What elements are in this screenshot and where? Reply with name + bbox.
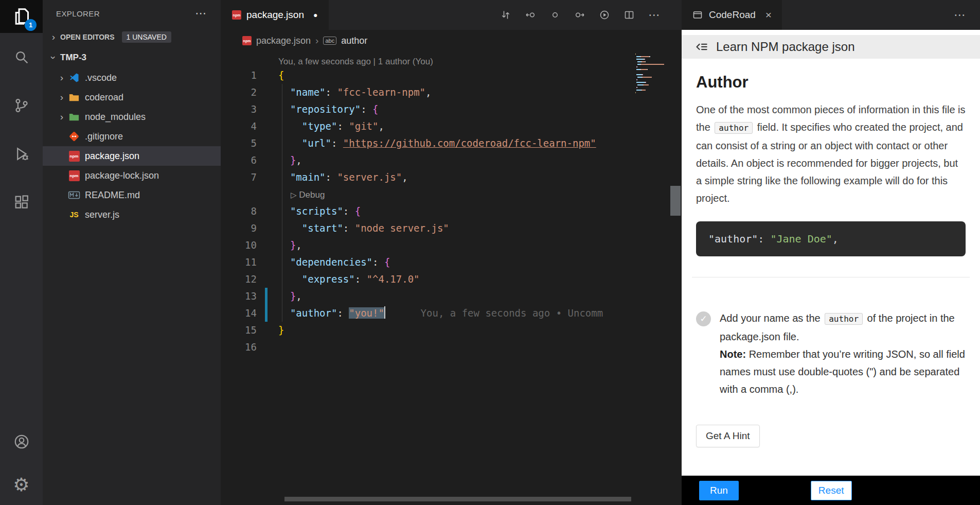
more-actions-icon[interactable]: ⋯ — [648, 8, 661, 22]
line-number: 10 — [221, 237, 257, 254]
line-number: 12 — [221, 271, 257, 288]
breadcrumb[interactable]: npm package.json › abc author — [221, 30, 682, 51]
close-icon[interactable]: × — [765, 9, 772, 21]
compare-changes-icon[interactable] — [500, 9, 511, 21]
file-item-server.js[interactable]: JSserver.js — [43, 205, 221, 224]
run-script-icon[interactable] — [599, 9, 610, 21]
indent-guide — [282, 84, 282, 322]
change-indicator-icon[interactable] — [549, 9, 561, 21]
code-line-4: 4 "type": "git", — [221, 118, 682, 135]
code-editor[interactable]: You, a few seconds ago | 1 author (You) … — [221, 51, 682, 505]
line-number: 1 — [221, 67, 257, 84]
open-editors-label: OPEN EDITORS — [60, 33, 115, 41]
sidebar-header: EXPLORER ⋯ — [43, 0, 221, 27]
run-debug-icon — [13, 145, 30, 163]
breadcrumb-file[interactable]: package.json — [256, 36, 311, 46]
previous-change-icon[interactable] — [525, 9, 536, 21]
markdown-icon — [67, 189, 81, 201]
file-item-coderoad[interactable]: ›coderoad — [43, 88, 221, 107]
check-circle-icon: ✓ — [696, 311, 711, 326]
scrollbar-thumb[interactable] — [670, 186, 681, 216]
inline-code: author — [715, 122, 753, 134]
code-line-8: 8 "scripts": { — [221, 203, 682, 220]
next-change-icon[interactable] — [574, 9, 585, 21]
code-line-5: 5 "url": "https://github.com/coderoad/fc… — [221, 135, 682, 152]
file-item-.gitignore[interactable]: .gitignore — [43, 127, 221, 146]
tutorial-title: Learn NPM package json — [716, 40, 854, 54]
line-number: 2 — [221, 84, 257, 101]
activity-explorer[interactable]: 1 — [0, 0, 43, 33]
code-text: "author": "you!" You, a few seconds ago … — [257, 305, 603, 322]
text: Remember that you’re writing JSON, so al… — [720, 349, 965, 395]
activity-source-control[interactable] — [0, 81, 43, 130]
horizontal-scrollbar[interactable] — [221, 497, 682, 502]
file-label: README.md — [85, 190, 140, 201]
file-item-package-lock.json[interactable]: npmpackage-lock.json — [43, 166, 221, 185]
code-line-2: 2 "name": "fcc-learn-npm", — [221, 84, 682, 101]
get-hint-button[interactable]: Get A Hint — [696, 425, 760, 447]
code-line-11: 11 "dependencies": { — [221, 254, 682, 271]
workspace-section[interactable]: › TMP-3 — [43, 47, 221, 68]
code-line-9: 9 "start": "node server.js" — [221, 220, 682, 237]
activity-search[interactable] — [0, 33, 43, 81]
lesson-paragraph: One of the most common pieces of informa… — [696, 101, 966, 207]
line-number: 15 — [221, 322, 257, 339]
chevron-right-icon: › — [315, 35, 318, 46]
tutorial-header: Learn NPM package json — [682, 35, 980, 59]
code-line-15: 15} — [221, 322, 682, 339]
gear-icon: ⚙ — [13, 476, 29, 494]
file-item-README.md[interactable]: README.md — [43, 185, 221, 205]
run-button[interactable]: Run — [699, 481, 739, 500]
webview-icon — [692, 9, 703, 21]
git-icon — [67, 130, 81, 143]
debug-codelens[interactable]: ▷ Debug — [278, 190, 325, 200]
line-number: 14 — [221, 305, 257, 322]
lesson-content: Author One of the most common pieces of … — [682, 59, 980, 476]
line-number: 5 — [221, 135, 257, 152]
activity-spacer — [0, 227, 43, 419]
file-item-.vscode[interactable]: ›.vscode — [43, 68, 221, 88]
folder-orange-icon — [67, 91, 81, 103]
more-actions-icon[interactable]: ⋯ — [954, 8, 980, 22]
panel-tab-bar: CodeRoad × ⋯ — [682, 0, 980, 30]
back-icon[interactable] — [694, 40, 708, 54]
code-line-1: 1{ — [221, 67, 682, 84]
code-text: "start": "node server.js" — [257, 220, 449, 237]
file-item-node_modules[interactable]: ›node_modules — [43, 107, 221, 127]
tab-coderoad[interactable]: CodeRoad × — [682, 0, 782, 30]
vscode-icon — [67, 72, 81, 84]
activity-bar: 1 ⚙ — [0, 0, 43, 505]
task-item: ✓ Add your name as the author of the pro… — [696, 309, 966, 398]
code-lines: 1{2 "name": "fcc-learn-npm",3 "repositor… — [221, 67, 682, 356]
blame-annotation: You, a few seconds ago | 1 author (You) — [221, 51, 682, 67]
activity-settings[interactable]: ⚙ — [0, 465, 43, 505]
code-line-10: 10 }, — [221, 237, 682, 254]
split-editor-icon[interactable] — [623, 9, 635, 21]
unsaved-badge: 1 UNSAVED — [122, 31, 171, 43]
explorer-badge: 1 — [25, 19, 37, 31]
line-number: 11 — [221, 254, 257, 271]
text: field. It specifies who created the proj… — [696, 121, 963, 204]
activity-extensions[interactable] — [0, 178, 43, 227]
file-label: server.js — [85, 210, 119, 220]
file-item-package.json[interactable]: npmpackage.json — [43, 146, 221, 166]
code-line-16: 16 — [221, 339, 682, 356]
minimap[interactable] — [635, 54, 664, 97]
code-example: "author": "Jane Doe", — [696, 221, 966, 256]
coderoad-footer: Run Reset — [682, 476, 980, 505]
activity-run-debug[interactable] — [0, 130, 43, 178]
more-actions-icon[interactable]: ⋯ — [195, 7, 207, 20]
divider — [692, 277, 970, 277]
breadcrumb-symbol[interactable]: author — [341, 36, 367, 46]
open-editors-section[interactable]: › OPEN EDITORS 1 UNSAVED — [43, 27, 221, 47]
file-label: .vscode — [85, 73, 117, 83]
tab-package-json[interactable]: npm package.json ● — [221, 0, 329, 30]
code-line-7: 7 "main": "server.js", — [221, 169, 682, 186]
line-number — [221, 186, 257, 203]
extensions-icon — [13, 194, 30, 211]
reset-button[interactable]: Reset — [811, 481, 852, 500]
file-label: package-lock.json — [85, 170, 159, 181]
horizontal-scrollbar-thumb[interactable] — [284, 497, 631, 501]
code-text: "dependencies": { — [257, 254, 390, 271]
activity-accounts[interactable] — [0, 419, 43, 465]
